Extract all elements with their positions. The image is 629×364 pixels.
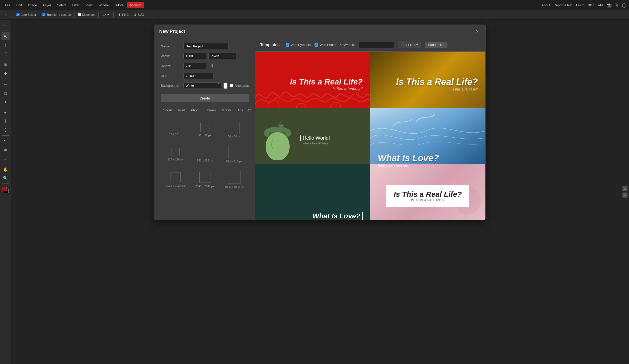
with-photo-checkbox[interactable]	[314, 43, 318, 47]
distances-check[interactable]: Distances	[78, 13, 95, 17]
tab-screen[interactable]: Screen	[203, 107, 218, 113]
menu-account[interactable]: Account	[127, 2, 144, 8]
tool-clone[interactable]: ⊕	[2, 146, 10, 154]
icon-label-2048: 2048 x 2048 px	[195, 185, 214, 188]
ocean-card-title: What Is Love?	[378, 153, 439, 163]
tool-brush[interactable]: ✏	[2, 80, 10, 88]
icon-4096[interactable]: 4096 x 4096 px	[219, 167, 249, 193]
tool-expand[interactable]: ↔	[2, 21, 10, 29]
menu-filter[interactable]: Filter	[70, 2, 82, 8]
icon-2048[interactable]: 2048 x 2048 px	[190, 167, 219, 193]
toolbar-arrow[interactable]: ↔	[2, 11, 10, 19]
facebook-icon[interactable]: ◯	[622, 3, 626, 8]
menu-window[interactable]: Window	[96, 2, 113, 8]
height-input[interactable]	[183, 63, 206, 69]
menu-image[interactable]: Image	[25, 2, 39, 8]
ocean-card-text: What Is Love? Baby, don't hurt me.	[378, 153, 439, 167]
zoom-control[interactable]: 1× ▾	[102, 13, 111, 17]
tool-eraser[interactable]: ◻	[2, 89, 10, 97]
tool-pen[interactable]: ✒	[2, 109, 10, 117]
auto-select-check[interactable]: Auto Select	[16, 13, 36, 17]
toolbar-sep-5	[113, 12, 114, 17]
menu-view[interactable]: View	[83, 2, 95, 8]
height-label: Height:	[161, 64, 181, 68]
icon-1024[interactable]: 1024 x 1024 px	[161, 167, 190, 193]
icon-256[interactable]: 256 x 256 px	[190, 142, 219, 167]
green-card-title: Hello World!	[300, 135, 330, 141]
menu-edit[interactable]: Edit	[14, 2, 24, 8]
background-row: Background: White Black Transparent ▾	[161, 82, 249, 89]
tool-fill[interactable]: ⬧	[2, 98, 10, 106]
name-input[interactable]	[183, 43, 228, 49]
icon-128[interactable]: 128 x 128 px	[161, 142, 190, 167]
template-card-red-fantasy[interactable]: Is This a Real Life? Is this a fantasy?	[255, 52, 370, 116]
tool-heal[interactable]: ✚	[2, 69, 10, 77]
png-export[interactable]: ⬇ PNG	[117, 12, 130, 17]
with-symbols-checkbox[interactable]	[286, 43, 289, 47]
with-symbols-wrap[interactable]: With Symbols	[286, 43, 310, 47]
template-card-gold-fantasy[interactable]: Is This a Real Life? Is this a fantasy?	[370, 52, 485, 116]
tool-smudge[interactable]: 〜	[2, 137, 10, 145]
menu-more[interactable]: More	[114, 2, 126, 8]
fg-color[interactable]	[2, 187, 7, 191]
menu-blog[interactable]: Blog	[588, 3, 594, 7]
icon-32[interactable]: 32 x 32 px	[190, 118, 219, 142]
template-card-teal[interactable]: What Is Love? Baby, don't hurt me.	[255, 164, 370, 220]
background-color-preview[interactable]	[223, 83, 227, 89]
menu-select[interactable]: Select	[55, 2, 69, 8]
icon-box-64	[229, 122, 240, 133]
tool-text[interactable]: T	[2, 117, 10, 125]
scroll-down-arrow[interactable]: ▲	[622, 193, 627, 198]
icon-64[interactable]: 64 x 64 px	[219, 118, 249, 142]
with-photo-wrap[interactable]: With Photo	[314, 43, 336, 47]
template-card-ocean[interactable]: What Is Love? Baby, don't hurt me.	[370, 108, 485, 172]
tool-gradient[interactable]: ▭	[2, 154, 10, 162]
tool-hand[interactable]: ✋	[2, 165, 10, 173]
tool-crop[interactable]: ⊞	[2, 61, 10, 69]
randomize-button[interactable]: Randomize	[425, 42, 447, 48]
template-card-acorn[interactable]: Hello World! What a beautiful day.	[255, 108, 370, 172]
icon-label-256: 256 x 256 px	[197, 159, 213, 162]
reddit-icon[interactable]: 📸	[607, 3, 612, 8]
keywords-input[interactable]	[359, 42, 394, 48]
template-card-pink[interactable]: Is This a Real Life? IS THIS A FANTASY?	[370, 164, 485, 220]
tab-social[interactable]: Social	[161, 107, 175, 113]
menu-learn[interactable]: Learn	[576, 3, 584, 7]
gold-card-text: Is This a Real Life? Is this a fantasy?	[396, 77, 478, 91]
tab-print[interactable]: Print	[176, 107, 187, 113]
swap-dimensions-button[interactable]: ⇅	[208, 63, 215, 69]
menu-file[interactable]: File	[3, 2, 13, 8]
unit-select[interactable]: Pixels Inches Centimeters	[208, 53, 236, 59]
tab-badge[interactable]: 2"	[247, 109, 252, 112]
artboards-checkbox[interactable]	[230, 84, 233, 87]
dialog-title: New Project	[159, 29, 185, 34]
tab-photo[interactable]: Photo	[188, 107, 202, 113]
tool-move[interactable]: ⊹	[2, 41, 10, 49]
scroll-up-arrow[interactable]: ▲	[622, 186, 627, 191]
tool-shape[interactable]: ⬡	[2, 126, 10, 134]
tool-zoom[interactable]: 🔍	[2, 174, 10, 182]
background-select[interactable]: White Black Transparent	[183, 82, 221, 89]
toolbar-sep-4	[98, 12, 99, 17]
close-button[interactable]: ×	[474, 28, 481, 35]
menu-report-bug[interactable]: Report a bug	[554, 3, 573, 7]
artboards-checkbox-wrap[interactable]: Artboards	[230, 84, 249, 87]
tab-mobile[interactable]: Mobile	[219, 107, 234, 113]
height-row: Height: ⇅	[161, 63, 249, 69]
svg-export[interactable]: ⬇ SVG	[132, 12, 145, 17]
tab-ads[interactable]: Ads	[235, 107, 246, 113]
dpi-input[interactable]	[183, 73, 213, 79]
create-button[interactable]: Create	[161, 94, 249, 102]
menu-about[interactable]: About	[542, 3, 550, 7]
menu-layer[interactable]: Layer	[41, 2, 54, 8]
tool-sep-1	[2, 59, 9, 59]
transform-controls-check[interactable]: Transform controls	[42, 13, 71, 17]
twitter-icon[interactable]: 𝕏	[615, 3, 618, 8]
tool-select[interactable]: ↖	[2, 32, 10, 40]
icon-16[interactable]: 16 x 16 px	[161, 118, 190, 142]
tool-lasso[interactable]: ⬚	[2, 49, 10, 57]
menu-api[interactable]: API	[598, 3, 603, 7]
font-filter-button[interactable]: Font Filter ▾	[398, 42, 421, 48]
icon-512[interactable]: 512 x 512 px	[219, 142, 249, 167]
width-input[interactable]	[183, 53, 206, 59]
